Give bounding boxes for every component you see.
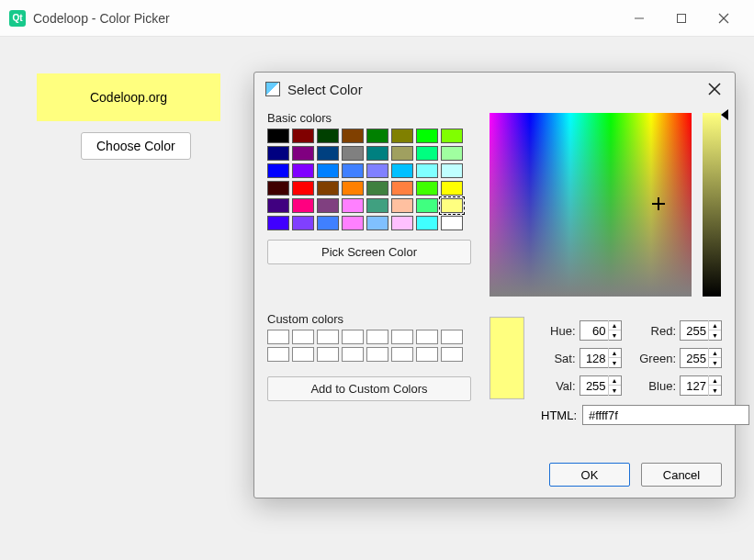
basic-swatch[interactable]: [342, 198, 364, 213]
basic-swatch[interactable]: [267, 198, 289, 213]
basic-swatch[interactable]: [391, 129, 413, 143]
basic-swatch[interactable]: [317, 198, 339, 213]
val-input[interactable]: [580, 378, 608, 394]
custom-swatch[interactable]: [366, 330, 388, 344]
basic-swatch[interactable]: [342, 129, 364, 143]
basic-swatch[interactable]: [416, 198, 438, 213]
custom-swatch[interactable]: [441, 330, 463, 344]
val-spinbox[interactable]: ▲▼: [580, 375, 622, 396]
basic-swatch[interactable]: [292, 146, 314, 161]
chevron-down-icon[interactable]: ▼: [708, 358, 721, 368]
custom-swatch[interactable]: [292, 347, 314, 362]
custom-swatch[interactable]: [366, 347, 388, 362]
hue-spinbox[interactable]: ▲▼: [580, 320, 622, 341]
custom-swatch[interactable]: [267, 330, 289, 344]
basic-swatch[interactable]: [391, 146, 413, 161]
basic-swatch[interactable]: [317, 163, 339, 178]
custom-swatch[interactable]: [317, 347, 339, 362]
basic-swatch[interactable]: [292, 198, 314, 213]
hue-input[interactable]: [580, 323, 608, 339]
custom-swatch[interactable]: [391, 347, 413, 362]
close-button[interactable]: [703, 5, 745, 32]
basic-swatch[interactable]: [416, 163, 438, 178]
basic-swatch[interactable]: [441, 216, 463, 230]
custom-swatch[interactable]: [391, 330, 413, 344]
maximize-button[interactable]: [660, 5, 703, 32]
chevron-down-icon[interactable]: ▼: [608, 330, 621, 341]
chevron-up-icon[interactable]: ▲: [708, 320, 721, 330]
basic-swatch[interactable]: [292, 163, 314, 178]
chevron-down-icon[interactable]: ▼: [708, 386, 721, 396]
basic-swatch[interactable]: [416, 129, 438, 143]
basic-swatch[interactable]: [342, 163, 364, 178]
basic-swatch[interactable]: [391, 181, 413, 196]
custom-swatch[interactable]: [416, 330, 438, 344]
basic-swatch[interactable]: [342, 146, 364, 161]
basic-swatch[interactable]: [292, 181, 314, 196]
custom-swatch[interactable]: [317, 330, 339, 344]
green-input[interactable]: [681, 351, 708, 366]
custom-swatch[interactable]: [292, 330, 314, 344]
chevron-up-icon[interactable]: ▲: [608, 375, 621, 386]
basic-swatch[interactable]: [317, 146, 339, 161]
basic-swatch[interactable]: [391, 163, 413, 178]
chevron-down-icon[interactable]: ▼: [708, 330, 721, 341]
basic-swatch[interactable]: [366, 163, 388, 178]
basic-swatch[interactable]: [366, 181, 388, 196]
custom-swatch[interactable]: [342, 330, 364, 344]
basic-swatch[interactable]: [366, 216, 388, 230]
chevron-up-icon[interactable]: ▲: [708, 348, 721, 358]
dialog-close-button[interactable]: [705, 80, 724, 98]
basic-swatch[interactable]: [267, 163, 289, 178]
choose-color-button[interactable]: Choose Color: [81, 132, 191, 160]
html-input[interactable]: [582, 405, 749, 425]
basic-swatch[interactable]: [292, 216, 314, 230]
custom-swatch[interactable]: [416, 347, 438, 362]
basic-swatch[interactable]: [342, 216, 364, 230]
sat-spinbox[interactable]: ▲▼: [580, 348, 622, 368]
basic-swatch[interactable]: [416, 216, 438, 230]
blue-spinbox[interactable]: ▲▼: [680, 375, 722, 396]
basic-swatch[interactable]: [342, 181, 364, 196]
basic-swatch[interactable]: [366, 129, 388, 143]
basic-swatch[interactable]: [391, 216, 413, 230]
basic-swatch[interactable]: [441, 146, 463, 161]
blue-input[interactable]: [681, 378, 708, 394]
red-input[interactable]: [681, 323, 708, 339]
basic-swatch[interactable]: [317, 216, 339, 230]
basic-swatch[interactable]: [317, 181, 339, 196]
basic-swatch[interactable]: [267, 129, 289, 143]
add-to-custom-button[interactable]: Add to Custom Colors: [267, 376, 471, 401]
sat-input[interactable]: [580, 351, 608, 366]
basic-swatch[interactable]: [366, 146, 388, 161]
basic-swatch[interactable]: [441, 181, 463, 196]
basic-swatch[interactable]: [267, 181, 289, 196]
chevron-up-icon[interactable]: ▲: [608, 320, 621, 330]
basic-swatch[interactable]: [416, 181, 438, 196]
saturation-value-area[interactable]: [490, 113, 692, 297]
chevron-down-icon[interactable]: ▼: [608, 358, 621, 368]
basic-swatch[interactable]: [366, 198, 388, 213]
custom-swatch[interactable]: [342, 347, 364, 362]
basic-swatch[interactable]: [391, 198, 413, 213]
basic-swatch[interactable]: [441, 198, 463, 213]
basic-swatch[interactable]: [441, 129, 463, 143]
chevron-up-icon[interactable]: ▲: [708, 375, 721, 386]
cancel-button[interactable]: Cancel: [641, 463, 722, 487]
chevron-down-icon[interactable]: ▼: [608, 386, 621, 396]
basic-swatch[interactable]: [317, 129, 339, 143]
basic-swatch[interactable]: [441, 163, 463, 178]
basic-swatch[interactable]: [292, 129, 314, 143]
custom-swatch[interactable]: [267, 347, 289, 362]
chevron-up-icon[interactable]: ▲: [608, 348, 621, 358]
value-slider[interactable]: [703, 113, 721, 297]
pick-screen-color-button[interactable]: Pick Screen Color: [267, 240, 471, 264]
green-spinbox[interactable]: ▲▼: [680, 348, 722, 368]
ok-button[interactable]: OK: [549, 463, 630, 487]
basic-swatch[interactable]: [267, 146, 289, 161]
custom-swatch[interactable]: [441, 347, 463, 362]
red-spinbox[interactable]: ▲▼: [680, 320, 722, 341]
basic-swatch[interactable]: [267, 216, 289, 230]
basic-swatch[interactable]: [416, 146, 438, 161]
minimize-button[interactable]: [618, 5, 660, 32]
